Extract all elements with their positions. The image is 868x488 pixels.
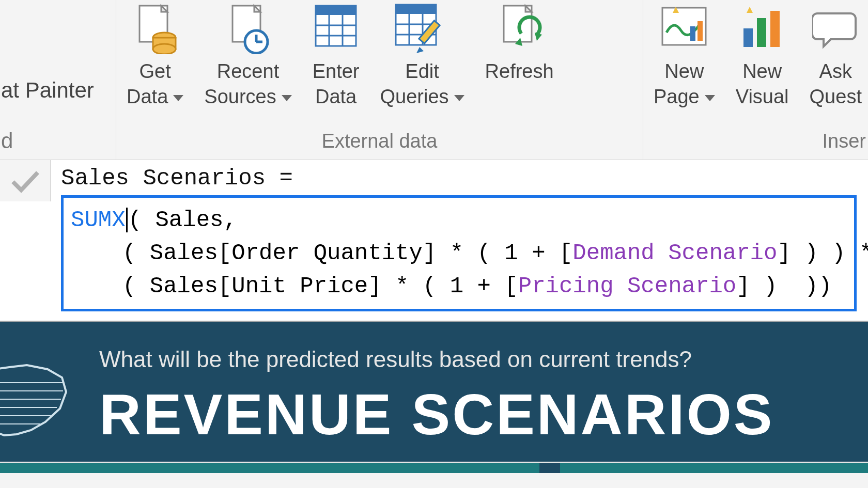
usa-map-icon bbox=[0, 358, 72, 448]
report-subtitle: What will be the predicted results based… bbox=[99, 347, 692, 372]
svg-marker-32 bbox=[747, 7, 753, 13]
dropdown-caret-icon bbox=[173, 95, 183, 101]
insert-group: New Page New Visual bbox=[643, 0, 868, 160]
get-data-icon bbox=[129, 0, 181, 57]
edit-queries-button[interactable]: Edit Queries bbox=[370, 0, 475, 126]
external-data-group: Get Data Recent Sources bbox=[116, 0, 643, 160]
get-data-button[interactable]: Get Data bbox=[116, 0, 194, 126]
check-icon bbox=[10, 169, 41, 196]
svg-rect-15 bbox=[396, 5, 436, 14]
svg-rect-9 bbox=[316, 6, 356, 15]
svg-point-3 bbox=[153, 44, 176, 54]
svg-marker-23 bbox=[535, 33, 542, 41]
measure-name-label: Sales Scenarios = bbox=[61, 165, 858, 191]
ask-question-button-partial[interactable]: Ask Quest bbox=[799, 0, 862, 126]
svg-marker-21 bbox=[416, 47, 424, 53]
recent-sources-icon bbox=[222, 0, 274, 57]
clipboard-group-partial: at Painter d bbox=[0, 0, 116, 160]
svg-rect-31 bbox=[770, 11, 780, 47]
group-label-insert-partial: Inser bbox=[643, 126, 868, 160]
formula-line-3: ( Sales[Unit Price] * ( 1 + [Pricing Sce… bbox=[71, 270, 847, 303]
refresh-icon bbox=[493, 0, 545, 57]
clipboard-group-label-partial: d bbox=[0, 129, 13, 153]
enter-data-button[interactable]: Enter Data bbox=[302, 0, 370, 126]
formula-line-1: SUMX( Sales, bbox=[71, 204, 847, 237]
svg-rect-26 bbox=[690, 26, 695, 41]
section-divider bbox=[0, 462, 868, 473]
svg-rect-27 bbox=[698, 21, 703, 41]
formula-editor[interactable]: SUMX( Sales, ( Sales[Order Quantity] * (… bbox=[61, 195, 857, 311]
report-title: REVENUE SCENARIOS bbox=[99, 381, 774, 448]
ribbon: at Painter d Get Data bbox=[0, 0, 868, 160]
dropdown-caret-icon bbox=[705, 95, 715, 101]
edit-queries-icon bbox=[394, 0, 451, 57]
group-label-external: External data bbox=[116, 126, 643, 160]
refresh-button[interactable]: Refresh bbox=[475, 0, 564, 126]
new-page-icon bbox=[658, 0, 710, 57]
svg-rect-29 bbox=[743, 28, 753, 47]
recent-sources-button[interactable]: Recent Sources bbox=[194, 0, 302, 126]
text-caret bbox=[126, 208, 128, 232]
ask-question-icon bbox=[812, 0, 859, 57]
new-visual-icon bbox=[737, 0, 787, 57]
dropdown-caret-icon bbox=[282, 95, 292, 101]
report-header: What will be the predicted results based… bbox=[0, 321, 868, 473]
formula-line-2: ( Sales[Order Quantity] * ( 1 + [Demand … bbox=[71, 237, 847, 270]
new-page-button[interactable]: New Page bbox=[643, 0, 725, 126]
svg-rect-30 bbox=[757, 18, 766, 47]
commit-formula-button[interactable] bbox=[0, 160, 51, 201]
format-painter-label-partial[interactable]: at Painter bbox=[0, 78, 94, 103]
dropdown-caret-icon bbox=[454, 95, 464, 101]
formula-bar: Sales Scenarios = SUMX( Sales, ( Sales[O… bbox=[0, 160, 868, 321]
new-visual-button[interactable]: New Visual bbox=[725, 0, 799, 126]
enter-data-icon bbox=[314, 0, 358, 57]
